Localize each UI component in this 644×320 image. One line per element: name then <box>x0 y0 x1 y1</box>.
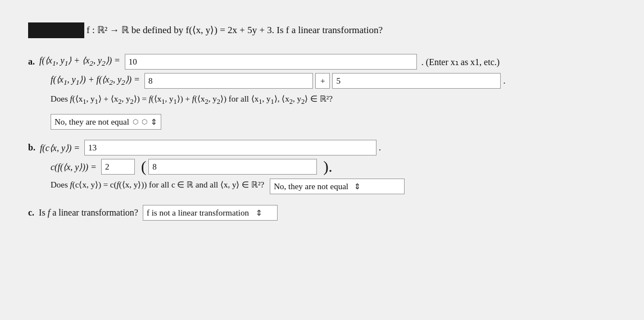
section-a-row2-prefix: f(⟨x1, y1⟩) + f(⟨x2, y2⟩) = <box>51 74 142 87</box>
section-b-dropdown[interactable]: No, they are not equal ⇕ <box>270 179 405 194</box>
section-b-label: b. <box>28 143 35 153</box>
section-c-dropdown[interactable]: f is not a linear transformation ⇕ <box>143 205 278 221</box>
page-container: f : ℝ² → ℝ be defined by f(⟨x, y⟩) = 2x … <box>11 11 633 242</box>
section-b-does-text: Does f(c⟨x, y⟩) = c(f(⟨x, y⟩)) for all c… <box>51 178 264 191</box>
section-b-updown-icon: ⇕ <box>354 182 361 191</box>
section-a-dropdown-row: No, they are not equal ⬡ ⬡ ⇕ <box>51 114 616 130</box>
section-b-row1-prefix: f(c⟨x, y⟩) = <box>38 143 82 153</box>
section-b-input1[interactable]: 13 <box>84 140 377 156</box>
section-c: c. Is f a linear transformation? f is no… <box>28 205 616 221</box>
section-b: b. f(c⟨x, y⟩) = 13 . c(f(⟨x, y⟩)) = 2 ( … <box>28 140 616 195</box>
section-c-dropdown-value: f is not a linear transformation <box>147 208 249 218</box>
section-b-does-row: Does f(c⟨x, y⟩) = c(f(⟨x, y⟩)) for all c… <box>51 178 616 195</box>
header-text: f : ℝ² → ℝ be defined by f(⟨x, y⟩) = 2x … <box>87 23 383 38</box>
section-a-input2[interactable]: 8 <box>144 73 313 89</box>
section-a-row2: f(⟨x1, y1⟩) + f(⟨x2, y2⟩) = 8 + 5 . <box>51 73 616 89</box>
section-b-open-paren: ( <box>137 159 146 175</box>
section-c-label: c. <box>28 208 34 218</box>
section-b-row2: c(f(⟨x, y⟩)) = 2 ( 8 ). <box>51 159 616 175</box>
section-a-does-row: Does f(⟨x1, y1⟩ + ⟨x2, y2⟩) = f(⟨x1, y1⟩… <box>51 92 616 111</box>
section-a-chevron-icon: ⬡ <box>142 118 147 126</box>
section-c-question: Is f a linear transformation? <box>37 208 140 218</box>
section-a-does-text: Does f(⟨x1, y1⟩ + ⟨x2, y2⟩) = f(⟨x1, y1⟩… <box>51 92 333 107</box>
section-c-row: c. Is f a linear transformation? f is no… <box>28 205 616 221</box>
section-a: a. f(⟨x1, y1⟩ + ⟨x2, y2⟩) = 10 . (Enter … <box>28 54 616 130</box>
section-a-plus: + <box>315 73 330 89</box>
section-b-row1: b. f(c⟨x, y⟩) = 13 . <box>28 140 616 156</box>
section-a-row2-end: . <box>503 76 505 86</box>
black-rect <box>28 22 84 38</box>
section-a-row1: a. f(⟨x1, y1⟩ + ⟨x2, y2⟩) = 10 . (Enter … <box>28 54 616 70</box>
section-b-input2[interactable]: 2 <box>101 159 135 175</box>
section-b-input3[interactable]: 8 <box>148 159 317 175</box>
section-a-dropdown-arrow: ⬡ <box>133 118 138 126</box>
section-a-row1-note: . (Enter x₁ as x1, etc.) <box>419 57 500 67</box>
section-a-dropdown[interactable]: No, they are not equal ⬡ ⬡ ⇕ <box>51 114 161 130</box>
section-a-dropdown-value: No, they are not equal <box>55 117 129 127</box>
section-b-close-paren: ). <box>319 159 332 175</box>
section-b-dropdown-value: No, they are not equal <box>274 182 348 191</box>
section-a-row1-prefix: f(⟨x1, y1⟩ + ⟨x2, y2⟩) = <box>37 55 123 68</box>
header-row: f : ℝ² → ℝ be defined by f(⟨x, y⟩) = 2x … <box>28 22 616 38</box>
section-b-row2-prefix: c(f(⟨x, y⟩)) = <box>51 162 99 172</box>
section-a-label: a. <box>28 57 35 67</box>
section-a-updown-icon: ⇕ <box>151 117 157 127</box>
section-a-input1[interactable]: 10 <box>125 54 417 70</box>
section-b-row1-end: . <box>379 143 381 153</box>
section-c-updown-icon: ⇕ <box>256 208 262 218</box>
section-a-input3[interactable]: 5 <box>332 73 501 89</box>
